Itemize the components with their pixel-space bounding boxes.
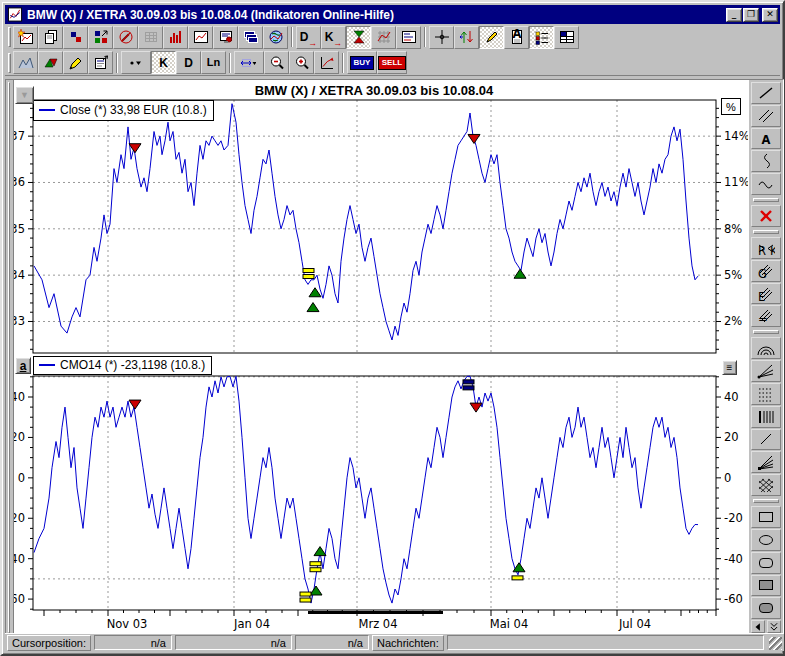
copy-chart-button[interactable]: [38, 26, 63, 49]
chart-area[interactable]: BMW (X) / XETRA 30.09.03 bis 10.08.04 37…: [14, 80, 750, 635]
maximize-button[interactable]: ❐: [743, 8, 759, 22]
position-flag-marker: [300, 598, 311, 602]
status-bar: Cursorposition: n/a n/a n/a Nachrichten:: [5, 633, 784, 651]
pfan-icon: [757, 363, 775, 379]
scroll-left-button[interactable]: [751, 620, 765, 633]
scroll-down-button[interactable]: [767, 620, 781, 633]
svg-text:-60: -60: [724, 592, 743, 606]
indicator-list-button[interactable]: [529, 26, 554, 49]
toolbar-handle[interactable]: [8, 53, 11, 73]
matrix-chart-button[interactable]: [371, 26, 396, 49]
ellipse-tool[interactable]: [751, 529, 781, 551]
line-chart-button[interactable]: [188, 26, 213, 49]
retracement-lines-tool[interactable]: [751, 383, 781, 405]
price-legend[interactable]: Close (*) 33,98 EUR (10.8.): [33, 100, 214, 121]
text-note-button[interactable]: A: [504, 26, 529, 49]
percent-scale-box[interactable]: %: [721, 98, 741, 115]
fibonacci-arcs-tool[interactable]: [751, 337, 781, 359]
world-markets-button[interactable]: [263, 26, 288, 49]
app-window: BMW (X) / XETRA 30.09.03 bis 10.08.04 (I…: [0, 0, 785, 656]
cmo-legend-text: CMO14 (*) -23,1198 (10.8.): [60, 358, 205, 372]
line-width-dropdown[interactable]: [121, 51, 151, 74]
docA-icon: A: [509, 29, 525, 45]
signals-icon: [351, 29, 367, 45]
bar-style-button[interactable]: D: [176, 51, 201, 74]
horizontal-wave-tool[interactable]: [751, 173, 781, 195]
position-flag-marker: [463, 386, 474, 390]
crosshatch-tool[interactable]: [751, 474, 781, 496]
parallel-lines-tool[interactable]: [751, 105, 781, 127]
filled-rounded-rect-tool[interactable]: [751, 597, 781, 619]
highlighter-button[interactable]: [63, 51, 88, 74]
indicator-pane-button[interactable]: a: [15, 357, 31, 374]
fibonacci-fan-tool[interactable]: [751, 360, 781, 382]
signals-toggle-button[interactable]: [346, 26, 371, 49]
angle-line-tool[interactable]: [751, 429, 781, 451]
minimize-button[interactable]: _: [726, 8, 742, 22]
delete-drawing-tool[interactable]: [751, 205, 781, 227]
messages-field: [447, 635, 764, 650]
collapse-pane-button[interactable]: ▼: [15, 86, 34, 104]
buy-order-button[interactable]: BUY: [347, 51, 377, 74]
svg-text:Mrz 04: Mrz 04: [359, 617, 398, 631]
chart-window-button[interactable]: [213, 26, 238, 49]
cmo-line-sample: [39, 364, 55, 366]
log-scale-button[interactable]: Ln: [201, 51, 226, 74]
text-tool[interactable]: A: [751, 128, 781, 150]
zoom-in-button[interactable]: [289, 51, 314, 74]
close-button[interactable]: ✕: [762, 8, 778, 22]
scale-arrows-button[interactable]: [454, 26, 479, 49]
layout-list-button[interactable]: [554, 26, 579, 49]
left-splitter[interactable]: [6, 80, 14, 635]
new-chart-button[interactable]: [13, 26, 38, 49]
filled-rect-tool[interactable]: [751, 575, 781, 597]
time-zones-tool[interactable]: [751, 406, 781, 428]
speed-lines-tool[interactable]: [751, 451, 781, 473]
zoom-out-button[interactable]: [264, 51, 289, 74]
parcs-icon: [757, 340, 775, 356]
volume-bars-button[interactable]: [163, 26, 188, 49]
axiszoom-icon: [319, 55, 335, 71]
sell-order-button[interactable]: SELL: [377, 51, 407, 74]
retracement-tool[interactable]: RK: [751, 237, 781, 259]
messages-label: Nachrichten:: [372, 635, 444, 651]
chart-type-button[interactable]: [88, 26, 113, 49]
elliott-pen-tool[interactable]: E: [751, 283, 781, 305]
rectangle-tool[interactable]: [751, 506, 781, 528]
gann-pen-tool[interactable]: G: [751, 260, 781, 282]
candle-period-button[interactable]: K→: [321, 26, 346, 49]
fit-width-dropdown[interactable]: [234, 51, 264, 74]
draw-pen-button[interactable]: [479, 26, 504, 49]
toolbar-handle[interactable]: [8, 27, 11, 47]
client-area: BMW (X) / XETRA 30.09.03 bis 10.08.04 37…: [5, 79, 784, 636]
copychart-icon: [43, 29, 59, 45]
zoom-history-button[interactable]: [314, 51, 339, 74]
pane-menu-button[interactable]: ≡: [722, 360, 737, 375]
compare-lines-button[interactable]: [396, 26, 421, 49]
svg-text:Jul 04: Jul 04: [618, 617, 651, 631]
position-flag-marker: [512, 576, 523, 580]
vertical-wave-tool[interactable]: [751, 150, 781, 172]
level-pen-tool[interactable]: =: [751, 305, 781, 327]
resize-grip[interactable]: [769, 637, 782, 650]
no-draw-button[interactable]: [113, 26, 138, 49]
position-flag-marker: [300, 592, 311, 596]
table-view-button[interactable]: [138, 26, 163, 49]
trendline-tool[interactable]: [751, 82, 781, 104]
rounded-rect-tool[interactable]: [751, 552, 781, 574]
cmo-legend[interactable]: CMO14 (*) -23,1198 (10.8.): [33, 356, 212, 375]
data-points-button[interactable]: [63, 26, 88, 49]
daily-period-button[interactable]: D→: [296, 26, 321, 49]
mountain-chart-button[interactable]: [13, 51, 38, 74]
pdiag-icon: [757, 431, 775, 447]
buy-sell-signals-button[interactable]: [38, 51, 63, 74]
ppene-icon: E: [757, 286, 775, 302]
crosshair-button[interactable]: [429, 26, 454, 49]
chart-stack-button[interactable]: [238, 26, 263, 49]
certscreen-icon: [218, 29, 234, 45]
visible-range-bar[interactable]: [308, 611, 443, 614]
properties-button[interactable]: [88, 51, 113, 74]
svg-text:0: 0: [724, 471, 731, 485]
candlestick-button[interactable]: K: [151, 51, 176, 74]
newchart-icon: [18, 29, 34, 45]
